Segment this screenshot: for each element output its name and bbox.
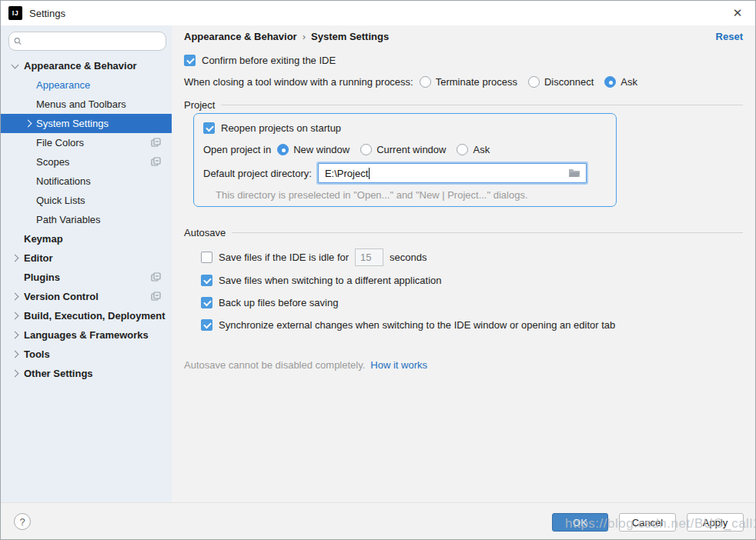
sidebar-item-notifications[interactable]: Notifications — [1, 172, 172, 191]
chevron-right-icon[interactable] — [12, 350, 19, 358]
chevron-right-icon[interactable] — [12, 254, 19, 262]
sidebar-item-path-variables[interactable]: Path Variables — [1, 210, 172, 229]
ask-radio[interactable] — [604, 76, 616, 88]
terminate-process-radio[interactable] — [420, 76, 431, 88]
tool-window-close-label: When closing a tool window with a runnin… — [184, 76, 413, 88]
autosave-option-label: Back up files before saving — [219, 297, 338, 308]
sidebar-item-menus-and-toolbars[interactable]: Menus and Toolbars — [1, 95, 172, 114]
default-dir-value: E:\Project — [325, 168, 368, 179]
sidebar-item-editor[interactable]: Editor — [1, 248, 172, 268]
default-dir-label: Default project directory: — [203, 168, 312, 179]
reopen-projects-label: Reopen projects on startup — [221, 122, 341, 134]
chevron-right-icon[interactable] — [12, 369, 19, 377]
window-title: Settings — [29, 8, 65, 19]
sidebar-item-file-colors[interactable]: File Colors — [1, 133, 172, 152]
sidebar-item-plugins[interactable]: Plugins — [1, 268, 172, 287]
confirm-exit-checkbox[interactable] — [184, 55, 196, 66]
sidebar-item-quick-lists[interactable]: Quick Lists — [1, 191, 172, 210]
settings-content: Appearance & Behavior›System Settings Re… — [172, 25, 755, 502]
reopen-projects-checkbox[interactable] — [203, 122, 215, 134]
sidebar-item-appearance[interactable]: Appearance — [1, 75, 172, 95]
sidebar-item-label: Scopes — [36, 156, 69, 168]
confirm-exit-label: Confirm before exiting the IDE — [202, 55, 336, 66]
sidebar-item-label: Appearance & Behavior — [24, 60, 137, 72]
sidebar-item-build-execution-deployment[interactable]: Build, Execution, Deployment — [1, 306, 172, 325]
autosave-option-checkbox[interactable] — [201, 319, 212, 331]
autosave-footnote: Autosave cannot be disabled completely. — [184, 359, 365, 371]
default-dir-row: Default project directory: E:\Project — [203, 163, 587, 183]
browse-folder-icon[interactable] — [568, 168, 580, 180]
sidebar-item-label: Languages & Frameworks — [24, 329, 149, 341]
chevron-right-icon[interactable] — [12, 331, 19, 338]
breadcrumb-current: System Settings — [311, 31, 389, 42]
sidebar-item-label: File Colors — [36, 137, 84, 148]
tool-window-close-row: When closing a tool window with a runnin… — [184, 76, 648, 88]
sidebar-item-languages-frameworks[interactable]: Languages & Frameworks — [1, 325, 172, 345]
help-button[interactable]: ? — [14, 513, 31, 530]
autosave-footnote-row: Autosave cannot be disabled completely. … — [184, 359, 427, 371]
disconnect-label[interactable]: Disconnect — [544, 76, 594, 88]
autosave-option-row: Synchronize external changes when switch… — [201, 319, 615, 331]
chevron-right-icon[interactable] — [12, 312, 19, 319]
search-input[interactable] — [25, 35, 161, 47]
sidebar-item-label: Keymap — [24, 233, 63, 245]
autosave-option-label: Synchronize external changes when switch… — [219, 319, 615, 331]
open-project-in-label: Open project in — [203, 144, 271, 155]
sidebar-item-label: Other Settings — [24, 368, 93, 379]
ask-label[interactable]: Ask — [621, 76, 637, 88]
project-section-label: Project — [184, 99, 215, 111]
sidebar-item-scopes[interactable]: Scopes — [1, 152, 172, 172]
idle-save-row: Save files if the IDE is idle for 15 sec… — [201, 248, 427, 266]
sidebar-item-label: Build, Execution, Deployment — [24, 310, 165, 322]
chevron-right-icon[interactable] — [25, 119, 32, 127]
sidebar-item-version-control[interactable]: Version Control — [1, 287, 172, 306]
close-icon[interactable]: ✕ — [720, 1, 755, 25]
search-icon — [14, 36, 22, 46]
default-dir-hint: This directory is preselected in "Open..… — [216, 189, 528, 201]
intellij-logo-icon: IJ — [8, 6, 22, 20]
autosave-section-label: Autosave — [184, 227, 226, 238]
autosave-option-checkbox[interactable] — [201, 297, 212, 308]
sidebar-item-other-settings[interactable]: Other Settings — [1, 364, 172, 383]
idle-seconds-input[interactable]: 15 — [355, 248, 383, 266]
sidebar-item-label: Menus and Toolbars — [36, 98, 126, 110]
autosave-option-row: Back up files before saving — [201, 297, 338, 308]
how-it-works-link[interactable]: How it works — [370, 359, 427, 371]
sidebar-item-appearance-behavior[interactable]: Appearance & Behavior — [1, 56, 172, 75]
chevron-right-icon[interactable] — [12, 292, 19, 300]
disconnect-radio[interactable] — [528, 76, 540, 88]
sidebar-item-label: Appearance — [36, 79, 90, 91]
sidebar-item-label: Tools — [24, 348, 50, 360]
sidebar-item-label: Notifications — [36, 175, 91, 187]
breadcrumb-separator-icon: › — [303, 31, 306, 42]
sidebar-item-label: Version Control — [24, 291, 99, 302]
sidebar-item-label: Plugins — [24, 272, 60, 283]
autosave-option-checkbox[interactable] — [201, 275, 212, 286]
settings-tree: Appearance & BehaviorAppearanceMenus and… — [1, 56, 172, 383]
terminate-process-label[interactable]: Terminate process — [436, 76, 517, 88]
project-section-header: Project — [184, 99, 743, 111]
sidebar-item-system-settings[interactable]: System Settings — [1, 114, 172, 133]
new-window-label[interactable]: New window — [293, 144, 350, 155]
chevron-down-icon[interactable] — [12, 61, 19, 68]
ask-open-label[interactable]: Ask — [473, 144, 490, 155]
idle-save-checkbox[interactable] — [201, 252, 212, 263]
autosave-option-label: Save files when switching to a different… — [219, 275, 442, 286]
ok-button[interactable]: OK — [552, 513, 608, 532]
breadcrumb-parent[interactable]: Appearance & Behavior — [184, 31, 297, 42]
default-dir-input[interactable]: E:\Project — [318, 163, 587, 183]
ask-open-radio[interactable] — [457, 144, 468, 155]
open-project-in-row: Open project in New window Current windo… — [203, 144, 500, 155]
cancel-button[interactable]: Cancel — [619, 513, 676, 532]
settings-search-box[interactable] — [8, 32, 166, 51]
idle-save-label-before: Save files if the IDE is idle for — [219, 252, 349, 263]
current-window-radio[interactable] — [360, 144, 372, 155]
new-window-radio[interactable] — [277, 144, 289, 155]
idle-save-label-after: seconds — [390, 252, 427, 263]
current-window-label[interactable]: Current window — [376, 144, 446, 155]
sidebar-item-keymap[interactable]: Keymap — [1, 229, 172, 248]
confirm-exit-row: Confirm before exiting the IDE — [184, 55, 336, 66]
sidebar-item-tools[interactable]: Tools — [1, 345, 172, 364]
apply-button[interactable]: Apply — [687, 513, 744, 532]
reset-link[interactable]: Reset — [716, 31, 743, 42]
